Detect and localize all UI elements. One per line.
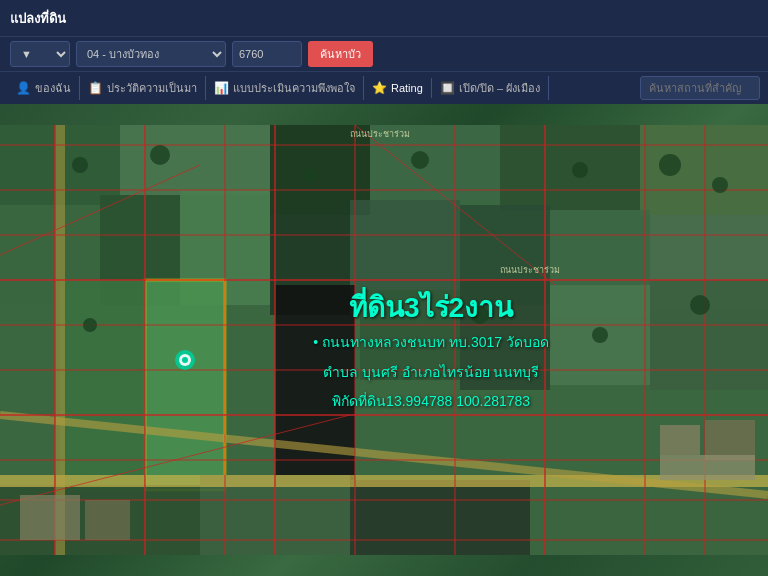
nav-item-history[interactable]: 📋 ประวัติความเป็นมา: [80, 76, 206, 100]
district-select[interactable]: 04 - บางบัวทอง: [76, 41, 226, 67]
search-button[interactable]: ค้นหาบัว: [308, 41, 373, 67]
nav-item-rating[interactable]: ⭐ Rating: [364, 78, 432, 98]
map-area[interactable]: ถนนประชาร่วม ถนนประชาร่วม ที่ดิน3ไร่2งาน…: [0, 104, 768, 576]
nav-item-owner[interactable]: 👤 ของฉัน: [8, 76, 80, 100]
app-title: แปลงที่ดิน: [10, 8, 66, 29]
map-background: [0, 104, 768, 576]
rating-icon: ⭐: [372, 81, 387, 95]
toggle-icon: 🔲: [440, 81, 455, 95]
app: แปลงที่ดิน ▼ 04 - บางบัวทอง ค้นหาบัว 👤 ข…: [0, 0, 768, 576]
nav-item-template[interactable]: 📊 แบบประเมินความพึงพอใจ: [206, 76, 364, 100]
template-icon: 📊: [214, 81, 229, 95]
nav-label-rating: Rating: [391, 82, 423, 94]
nav-label-owner: ของฉัน: [35, 79, 71, 97]
nav-label-toggle: เปิด/ปิด – ผังเมือง: [459, 79, 540, 97]
nav-item-toggle[interactable]: 🔲 เปิด/ปิด – ผังเมือง: [432, 76, 549, 100]
history-icon: 📋: [88, 81, 103, 95]
nav-label-history: ประวัติความเป็นมา: [107, 79, 197, 97]
owner-icon: 👤: [16, 81, 31, 95]
toolbar: ▼ 04 - บางบัวทอง ค้นหาบัว: [0, 36, 768, 71]
region-select[interactable]: ▼: [10, 41, 70, 67]
nav-label-template: แบบประเมินความพึงพอใจ: [233, 79, 355, 97]
header: แปลงที่ดิน: [0, 0, 768, 36]
place-search-input[interactable]: [640, 76, 760, 100]
navbar: 👤 ของฉัน 📋 ประวัติความเป็นมา 📊 แบบประเมิ…: [0, 71, 768, 104]
parcel-input[interactable]: [232, 41, 302, 67]
